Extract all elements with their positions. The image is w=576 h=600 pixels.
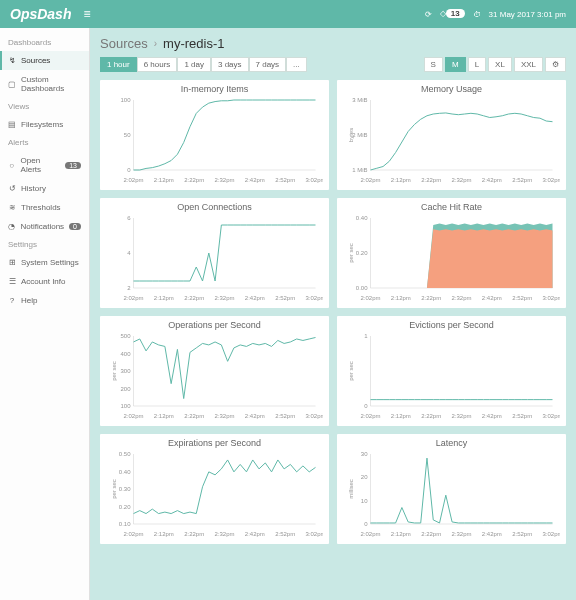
alert-bell-icon[interactable]: ◇13 bbox=[440, 8, 465, 20]
timerange-button[interactable]: 6 hours bbox=[137, 57, 178, 72]
sidebar-item[interactable]: ○Open Alerts13 bbox=[0, 151, 89, 179]
svg-text:400: 400 bbox=[120, 351, 131, 357]
chart-title: Evictions per Second bbox=[343, 320, 560, 330]
svg-text:2:32pm: 2:32pm bbox=[214, 531, 234, 537]
svg-text:1: 1 bbox=[364, 333, 368, 339]
svg-text:3:02pm: 3:02pm bbox=[305, 295, 323, 301]
svg-text:2:32pm: 2:32pm bbox=[214, 295, 234, 301]
svg-text:bytes: bytes bbox=[348, 128, 354, 142]
svg-text:3:02pm: 3:02pm bbox=[542, 531, 560, 537]
chart-title: Open Connections bbox=[106, 202, 323, 212]
svg-text:0: 0 bbox=[364, 521, 368, 527]
svg-text:2:22pm: 2:22pm bbox=[184, 177, 204, 183]
svg-text:0.30: 0.30 bbox=[119, 486, 131, 492]
chart-plot[interactable]: 0501002:02pm2:12pm2:22pm2:32pm2:42pm2:52… bbox=[106, 96, 323, 184]
sidebar-item[interactable]: ⊞System Settings bbox=[0, 253, 89, 272]
svg-text:2:12pm: 2:12pm bbox=[391, 413, 411, 419]
svg-text:2:02pm: 2:02pm bbox=[123, 413, 143, 419]
sidebar-item-label: Notifications bbox=[21, 222, 65, 231]
sidebar-item[interactable]: ≋Thresholds bbox=[0, 198, 89, 217]
chart-plot[interactable]: 0.000.200.402:02pm2:12pm2:22pm2:32pm2:42… bbox=[343, 214, 560, 302]
chart-plot[interactable]: 2462:02pm2:12pm2:22pm2:32pm2:42pm2:52pm3… bbox=[106, 214, 323, 302]
refresh-icon[interactable]: ⟳ bbox=[425, 10, 432, 19]
chart-card: Memory Usage1 MiB2 MiB3 MiB2:02pm2:12pm2… bbox=[337, 80, 566, 190]
sidebar-item[interactable]: ▤Filesystems bbox=[0, 115, 89, 134]
svg-text:50: 50 bbox=[124, 132, 131, 138]
svg-text:2:12pm: 2:12pm bbox=[154, 413, 174, 419]
svg-text:2:02pm: 2:02pm bbox=[123, 295, 143, 301]
timerange-button[interactable]: 7 days bbox=[249, 57, 287, 72]
svg-text:1 MiB: 1 MiB bbox=[352, 167, 367, 173]
sidebar: Dashboards↯Sources▢Custom DashboardsView… bbox=[0, 28, 90, 600]
sidebar-item[interactable]: ?Help bbox=[0, 291, 89, 310]
svg-text:2:52pm: 2:52pm bbox=[512, 295, 532, 301]
chart-plot[interactable]: 0.100.200.300.400.502:02pm2:12pm2:22pm2:… bbox=[106, 450, 323, 538]
sidebar-header: Alerts bbox=[0, 134, 89, 151]
svg-text:2:52pm: 2:52pm bbox=[275, 295, 295, 301]
chart-plot[interactable]: 012:02pm2:12pm2:22pm2:32pm2:42pm2:52pm3:… bbox=[343, 332, 560, 420]
svg-text:2:22pm: 2:22pm bbox=[421, 177, 441, 183]
chart-plot[interactable]: 1 MiB2 MiB3 MiB2:02pm2:12pm2:22pm2:32pm2… bbox=[343, 96, 560, 184]
breadcrumb-root[interactable]: Sources bbox=[100, 36, 148, 51]
chart-plot[interactable]: 01020302:02pm2:12pm2:22pm2:32pm2:42pm2:5… bbox=[343, 450, 560, 538]
sidebar-item-label: System Settings bbox=[21, 258, 79, 267]
chart-title: Operations per Second bbox=[106, 320, 323, 330]
svg-text:per sec: per sec bbox=[348, 243, 354, 263]
svg-text:6: 6 bbox=[127, 215, 131, 221]
svg-text:2: 2 bbox=[127, 285, 131, 291]
sidebar-header: Settings bbox=[0, 236, 89, 253]
menu-toggle-icon[interactable]: ≡ bbox=[83, 7, 90, 21]
sidebar-item-label: Sources bbox=[21, 56, 50, 65]
chart-card: In-memory Items0501002:02pm2:12pm2:22pm2… bbox=[100, 80, 329, 190]
svg-text:0.50: 0.50 bbox=[119, 451, 131, 457]
svg-text:2:02pm: 2:02pm bbox=[123, 531, 143, 537]
toolbar: 1 hour6 hours1 day3 days7 days... SMLXLX… bbox=[100, 57, 566, 72]
chart-card: Open Connections2462:02pm2:12pm2:22pm2:3… bbox=[100, 198, 329, 308]
svg-text:per sec: per sec bbox=[348, 361, 354, 381]
svg-text:2:52pm: 2:52pm bbox=[275, 531, 295, 537]
sidebar-item-icon: ▢ bbox=[8, 80, 16, 89]
size-button[interactable]: XL bbox=[488, 57, 512, 72]
chart-title: Latency bbox=[343, 438, 560, 448]
svg-text:3:02pm: 3:02pm bbox=[305, 177, 323, 183]
sidebar-item[interactable]: ▢Custom Dashboards bbox=[0, 70, 89, 98]
svg-text:3:02pm: 3:02pm bbox=[305, 413, 323, 419]
count-badge: 13 bbox=[65, 162, 81, 169]
svg-text:4: 4 bbox=[127, 250, 131, 256]
svg-text:0.40: 0.40 bbox=[356, 215, 368, 221]
svg-text:2:42pm: 2:42pm bbox=[482, 295, 502, 301]
svg-text:100: 100 bbox=[120, 403, 131, 409]
sidebar-item-icon: ≋ bbox=[8, 203, 16, 212]
timerange-button[interactable]: 1 hour bbox=[100, 57, 137, 72]
sidebar-item[interactable]: ◔Notifications0 bbox=[0, 217, 89, 236]
size-button[interactable]: S bbox=[424, 57, 443, 72]
sidebar-item-icon: ? bbox=[8, 296, 16, 305]
chart-title: Expirations per Second bbox=[106, 438, 323, 448]
timerange-button[interactable]: 3 days bbox=[211, 57, 249, 72]
svg-text:2:32pm: 2:32pm bbox=[214, 177, 234, 183]
svg-text:per sec: per sec bbox=[111, 361, 117, 381]
chart-plot[interactable]: 1002003004005002:02pm2:12pm2:22pm2:32pm2… bbox=[106, 332, 323, 420]
clock-icon: ⏱ bbox=[473, 10, 481, 19]
chart-title: In-memory Items bbox=[106, 84, 323, 94]
count-badge: 0 bbox=[69, 223, 81, 230]
sidebar-item[interactable]: ↯Sources bbox=[0, 51, 89, 70]
timerange-button[interactable]: 1 day bbox=[177, 57, 211, 72]
svg-text:3:02pm: 3:02pm bbox=[542, 295, 560, 301]
svg-text:2:02pm: 2:02pm bbox=[360, 413, 380, 419]
size-button[interactable]: L bbox=[468, 57, 486, 72]
sidebar-item[interactable]: ↺History bbox=[0, 179, 89, 198]
gear-icon[interactable]: ⚙ bbox=[545, 57, 566, 72]
size-button[interactable]: M bbox=[445, 57, 466, 72]
timerange-button[interactable]: ... bbox=[286, 57, 307, 72]
sidebar-item-icon: ▤ bbox=[8, 120, 16, 129]
sidebar-header: Dashboards bbox=[0, 34, 89, 51]
svg-text:0: 0 bbox=[127, 167, 131, 173]
breadcrumb: Sources › my-redis-1 bbox=[100, 36, 566, 51]
svg-text:2:12pm: 2:12pm bbox=[154, 295, 174, 301]
sidebar-item[interactable]: ☰Account Info bbox=[0, 272, 89, 291]
sidebar-item-label: Thresholds bbox=[21, 203, 61, 212]
size-button[interactable]: XXL bbox=[514, 57, 543, 72]
svg-text:2:02pm: 2:02pm bbox=[360, 295, 380, 301]
svg-text:2:12pm: 2:12pm bbox=[154, 531, 174, 537]
